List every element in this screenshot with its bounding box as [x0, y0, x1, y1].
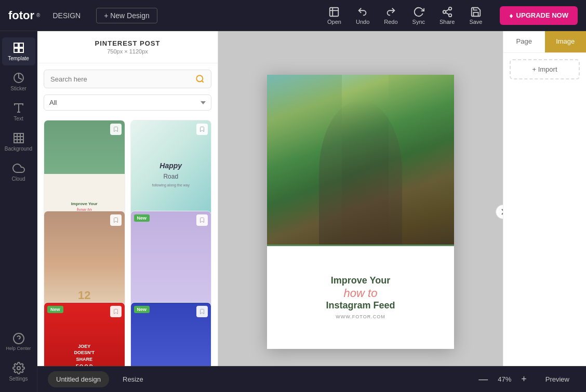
canvas-text-area: Improve Your how to Instagram Feed WWW.F…	[267, 245, 454, 349]
undo-icon	[357, 6, 368, 18]
text-icon	[12, 102, 25, 114]
tab-image[interactable]: Image	[545, 31, 587, 52]
topbar: fotor ® DESIGN + New Design Open Undo Re…	[0, 0, 586, 31]
bookmark-icon[interactable]	[196, 214, 208, 226]
tab-page[interactable]: Page	[503, 31, 545, 52]
search-icon	[195, 74, 205, 84]
app-logo: fotor ®	[8, 9, 40, 22]
cloud-icon	[12, 162, 25, 174]
svg-line-17	[202, 80, 203, 82]
svg-rect-8	[14, 48, 18, 52]
svg-rect-0	[330, 7, 339, 16]
zoom-level: 47%	[495, 375, 514, 383]
bookmark-icon[interactable]	[110, 306, 122, 317]
save-button[interactable]: Save	[464, 4, 487, 27]
search-input[interactable]	[50, 75, 191, 83]
icon-sidebar: Template Sticker Text Background Cloud H…	[0, 31, 37, 392]
sidebar-item-text[interactable]: Text	[2, 98, 35, 126]
search-bar	[44, 70, 211, 88]
import-button[interactable]: + Import	[510, 59, 580, 79]
canvas-container[interactable]: Improve Your how to Instagram Feed WWW.F…	[267, 75, 454, 349]
sidebar-item-template[interactable]: Template	[2, 37, 35, 65]
sync-icon	[413, 6, 424, 18]
upgrade-button[interactable]: ♦ UPGRADE NOW	[500, 6, 578, 25]
preview-button[interactable]: Preview	[539, 372, 576, 386]
template-panel: PINTEREST POST 750px × 1120px All Trendi…	[37, 31, 218, 392]
new-badge: New	[134, 306, 150, 313]
sync-button[interactable]: Sync	[407, 4, 430, 27]
bottom-bar: Untitled design Resize — 47% + Preview	[37, 366, 586, 392]
settings-icon	[12, 362, 25, 374]
help-icon	[12, 332, 25, 345]
resize-button[interactable]: Resize	[117, 372, 149, 386]
share-icon	[442, 6, 453, 18]
right-panel: Page Image + Import Clear All	[503, 31, 586, 392]
svg-line-4	[446, 12, 449, 15]
filter-select[interactable]: All Trending Business Travel Food Fashio…	[44, 94, 211, 111]
canvas-area: Improve Your how to Instagram Feed WWW.F…	[218, 31, 503, 392]
filter-bar: All Trending Business Travel Food Fashio…	[37, 94, 218, 116]
redo-button[interactable]: Redo	[379, 4, 403, 27]
bookmark-icon[interactable]	[110, 214, 122, 226]
collapse-button[interactable]	[496, 205, 503, 219]
panel-subtitle: 750px × 1120px	[46, 48, 209, 55]
new-badge: New	[134, 214, 150, 222]
zoom-controls: — 47% +	[474, 373, 531, 386]
sticker-icon	[12, 72, 25, 84]
open-icon	[328, 6, 340, 18]
sidebar-item-background[interactable]: Background	[2, 128, 35, 156]
panel-header: PINTEREST POST 750px × 1120px	[37, 31, 218, 63]
svg-rect-7	[19, 43, 23, 47]
svg-line-5	[446, 9, 449, 11]
sidebar-item-cloud[interactable]: Cloud	[2, 158, 35, 186]
template-icon	[12, 42, 25, 54]
svg-point-3	[448, 13, 451, 16]
templates-grid: Improve Yourhow toInstagram Feed WWW.FOT…	[37, 116, 218, 392]
svg-point-1	[448, 7, 451, 10]
bookmark-icon[interactable]	[196, 124, 208, 135]
new-badge: New	[47, 306, 63, 313]
zoom-in-button[interactable]: +	[517, 373, 531, 386]
share-button[interactable]: Share	[434, 4, 460, 27]
sidebar-item-help[interactable]: Help Center	[2, 328, 35, 356]
sidebar-item-settings[interactable]: Settings	[2, 358, 35, 386]
canvas-photo	[267, 75, 454, 245]
undo-button[interactable]: Undo	[351, 4, 375, 27]
svg-point-15	[17, 367, 20, 370]
background-icon	[12, 132, 25, 144]
svg-point-16	[196, 75, 203, 82]
panel-title: PINTEREST POST	[46, 39, 209, 47]
right-tabs: Page Image	[503, 31, 586, 53]
zoom-out-button[interactable]: —	[474, 373, 492, 386]
open-button[interactable]: Open	[322, 4, 347, 27]
canvas-sub-text: WWW.FOTOR.COM	[336, 314, 385, 319]
svg-rect-6	[14, 43, 18, 47]
svg-rect-9	[19, 48, 23, 52]
sidebar-item-sticker[interactable]: Sticker	[2, 67, 35, 96]
topbar-actions: Open Undo Redo Sync Share Save	[322, 4, 487, 27]
new-design-button[interactable]: + New Design	[96, 8, 157, 23]
save-icon	[470, 6, 482, 18]
svg-point-2	[443, 10, 446, 13]
redo-icon	[385, 6, 396, 18]
chevron-right-icon	[500, 208, 503, 215]
design-menu-button[interactable]: DESIGN	[48, 8, 88, 23]
bookmark-icon[interactable]	[110, 124, 122, 135]
main-layout: Template Sticker Text Background Cloud H…	[0, 31, 586, 392]
design-name-button[interactable]: Untitled design	[48, 371, 109, 387]
bookmark-icon[interactable]	[196, 306, 208, 317]
